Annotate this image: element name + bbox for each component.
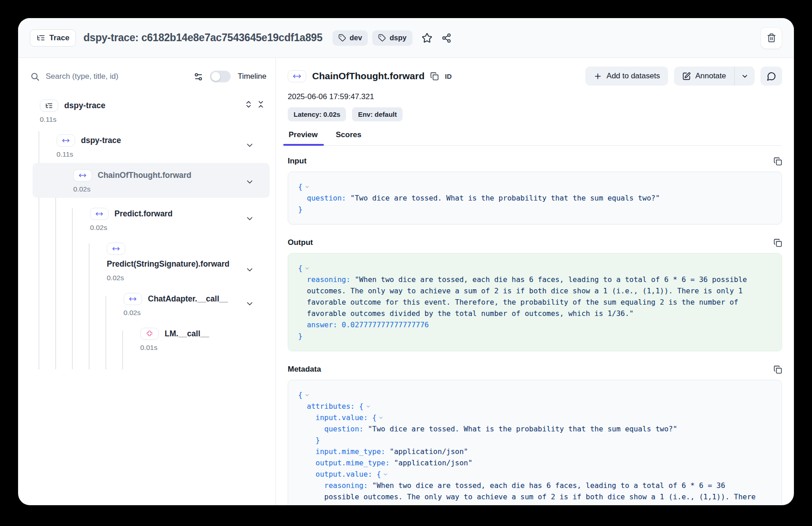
plus-icon [594,72,602,81]
collapse-chevron-icon[interactable] [366,404,371,409]
section-title: Input [288,157,307,166]
section-input: Input{ question: "Two dice are tossed. W… [288,157,782,225]
collapse-chevron-icon[interactable] [304,266,310,271]
add-to-datasets-button[interactable]: Add to datasets [585,67,668,86]
tag-chip-dspy[interactable]: dspy [372,30,412,46]
span-arrow-icon [73,169,92,182]
trace-sidebar: Timeline dspy-trace0.11sdspy-trace0.11sC… [18,58,276,505]
tree-item-label: Predict(StringSignature).forward [107,259,229,269]
observation-detail: ChainOfThought.forward ID Add to dataset… [276,58,794,505]
tab-scores[interactable]: Scores [335,129,362,145]
tree-item-label: LM.__call__ [165,329,209,339]
trash-icon [767,33,776,43]
timestamp: 2025-06-06 17:59:47.321 [288,92,782,101]
delete-button[interactable] [760,27,782,49]
tree-item-lm-call[interactable]: LM.__call__0.01s [18,327,275,352]
tree-item-chatadapter-call[interactable]: ChatAdapter.__call__0.02s [18,292,275,317]
copy-id-button[interactable] [430,72,439,81]
section-output: Output{ reasoning: "When two dice are to… [288,238,782,351]
trace-type-label: Trace [49,33,69,43]
edit-pencil-icon [682,72,691,81]
detail-tabs: PreviewScores [288,129,782,146]
span-arrow-icon [107,243,125,255]
tag-icon [338,34,346,42]
id-label[interactable]: ID [445,72,451,80]
tree-item-chainofthought-forward[interactable]: ChainOfThought.forward0.02s [18,168,275,193]
window-header: Trace dspy-trace: c6182b14e8e7ac7543645e… [18,18,794,58]
span-type-badge [288,70,306,82]
generation-flower-icon [140,328,159,340]
latency-badge: Latency: 0.02s [288,107,346,121]
span-arrow-icon [90,208,109,220]
timeline-label: Timeline [237,72,266,81]
trace-tree-icon [40,100,58,112]
tree-item-dspy-trace[interactable]: dspy-trace0.11s [18,99,275,124]
trace-type-badge: Trace [30,29,76,47]
list-tree-icon [37,33,45,42]
copy-section-button[interactable] [774,157,782,166]
collapse-chevron-icon[interactable] [304,184,310,190]
tree-item-dspy-trace[interactable]: dspy-trace0.11s [18,134,275,158]
tree-item-label: ChatAdapter.__call__ [148,294,228,304]
trace-window: Trace dspy-trace: c6182b14e8e7ac7543645e… [18,18,794,505]
span-arrow-icon [57,134,75,147]
duration-label: 0.01s [140,344,275,352]
json-code-block: { question: "Two dice are tossed. What i… [288,172,782,225]
duration-label: 0.11s [57,150,275,158]
share-icon[interactable] [442,33,451,43]
timeline-toggle[interactable] [210,71,231,82]
collapse-chevron-icon[interactable] [304,392,310,398]
page-title: dspy-trace: c6182b14e8e7ac7543645e19cdf1… [83,32,322,44]
section-title: Metadata [288,365,321,374]
tree-item-label: Predict.forward [114,209,172,219]
annotate-button[interactable]: Annotate [674,67,734,86]
env-badge: Env: default [352,107,403,121]
json-code-block: { attributes: { input.value: { question:… [288,380,782,505]
chevron-down-icon [741,72,749,80]
collapse-chevron-icon[interactable] [383,472,388,477]
arrow-left-right-icon [293,72,301,81]
tree-item-predict-stringsignature-forward[interactable]: Predict(StringSignature).forward0.02s [18,242,275,282]
active-tab-underline [283,144,324,146]
comments-button[interactable] [760,67,782,86]
chevron-down-icon[interactable] [245,265,254,274]
search-input[interactable] [46,72,188,81]
duration-label: 0.11s [40,115,275,124]
tag-list: devdspy [332,30,413,46]
span-arrow-icon [123,293,142,305]
chevron-down-icon[interactable] [245,177,254,186]
tree-item-label: dspy-trace [81,136,121,145]
star-icon[interactable] [422,33,432,43]
tab-preview[interactable]: Preview [288,129,318,145]
tag-icon [378,34,386,42]
expand-all-icon[interactable] [244,100,253,109]
duration-label: 0.02s [123,309,275,317]
annotate-dropdown-button[interactable] [735,67,755,86]
search-icon [30,72,40,81]
chevron-down-icon[interactable] [245,299,254,308]
filter-settings-icon[interactable] [194,72,203,81]
chevron-down-icon[interactable] [245,141,254,150]
duration-label: 0.02s [107,274,275,282]
tree-item-label: dspy-trace [64,101,105,110]
tag-chip-dev[interactable]: dev [332,30,368,46]
section-metadata: Metadata{ attributes: { input.value: { q… [288,365,782,505]
json-code-block: { reasoning: "When two dice are tossed, … [288,253,782,351]
collapse-chevron-icon[interactable] [378,415,384,421]
observation-title: ChainOfThought.forward [312,71,424,81]
tree-item-label: ChainOfThought.forward [98,171,191,180]
trace-tree: dspy-trace0.11sdspy-trace0.11sChainOfTho… [18,93,275,446]
chevron-down-icon[interactable] [245,214,254,223]
duration-label: 0.02s [90,224,275,232]
copy-section-button[interactable] [774,239,782,247]
copy-section-button[interactable] [774,365,782,374]
comment-bubble-icon [767,72,776,81]
section-title: Output [288,238,313,247]
copy-icon [430,72,439,81]
tree-item-predict-forward[interactable]: Predict.forward0.02s [18,207,275,232]
collapse-all-icon[interactable] [256,100,265,109]
annotate-split-button: Annotate [674,67,755,86]
